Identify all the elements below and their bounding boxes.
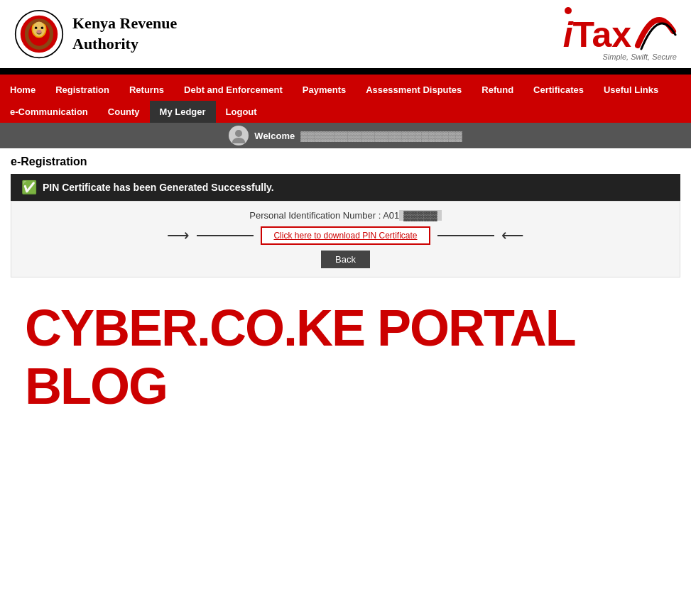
nav-home[interactable]: Home [0,79,45,101]
back-button[interactable]: Back [321,251,370,268]
user-avatar [229,126,249,145]
nav-row-2: e-Communication County My Ledger Logout [0,101,691,123]
arrows-row: ⟶ Click here to download PIN Certificate… [22,226,669,245]
pin-label: Personal Identification Number : A01▓▓▓▓… [22,210,669,221]
nav-useful[interactable]: Useful Links [594,79,668,101]
back-btn-row: Back [22,251,669,268]
nav-refund[interactable]: Refund [472,79,523,101]
watermark-area: CYBER.CO.KE PORTAL BLOG [11,277,680,436]
nav-logout[interactable]: Logout [216,101,267,123]
nav-assessment[interactable]: Assessment Disputes [356,79,472,101]
page-content: e-Registration ✅ PIN Certificate has bee… [0,148,691,444]
itax-logo: i Tax Simple, Swift, Secure [563,7,677,61]
nav-row-1: Home Registration Returns Debt and Enfor… [0,79,691,101]
svg-point-7 [41,27,44,30]
success-message: PIN Certificate has been Generated Succe… [43,182,274,193]
arrow-left-icon: ⟶ [167,226,190,245]
nav-ecomm[interactable]: e-Communication [0,101,98,123]
tagline: Simple, Swift, Secure [602,53,677,61]
success-banner: ✅ PIN Certificate has been Generated Suc… [11,174,680,201]
org-name: Kenya Revenue Authority [72,13,177,54]
arrow-right-icon: ⟵ [501,226,524,245]
nav-county[interactable]: County [98,101,150,123]
nav-certificates[interactable]: Certificates [523,79,594,101]
nav-payments[interactable]: Payments [293,79,356,101]
nav-debt[interactable]: Debt and Enforcement [174,79,293,101]
nav-registration[interactable]: Registration [45,79,119,101]
page-title: e-Registration [11,155,680,168]
watermark-text: CYBER.CO.KE PORTAL BLOG [25,299,666,415]
svg-point-8 [37,30,42,33]
welcome-label: Welcome [254,131,295,141]
success-icon: ✅ [21,180,37,195]
welcome-bar: Welcome ▓▓▓▓▓▓▓▓▓▓▓▓▓▓▓▓▓▓▓▓▓▓▓▓ [0,123,691,148]
header-left: Kenya Revenue Authority [14,9,177,59]
svg-point-6 [35,27,38,30]
svg-point-9 [235,130,242,137]
header: Kenya Revenue Authority i Tax Simple, Sw… [0,0,691,71]
welcome-username: ▓▓▓▓▓▓▓▓▓▓▓▓▓▓▓▓▓▓▓▓▓▓▓▓ [300,131,462,141]
kra-logo [14,9,64,59]
svg-point-10 [232,138,245,143]
nav-returns[interactable]: Returns [119,79,174,101]
info-area: Personal Identification Number : A01▓▓▓▓… [11,201,680,277]
download-certificate-link[interactable]: Click here to download PIN Certificate [261,226,430,245]
nav-ledger[interactable]: My Ledger [150,101,216,123]
